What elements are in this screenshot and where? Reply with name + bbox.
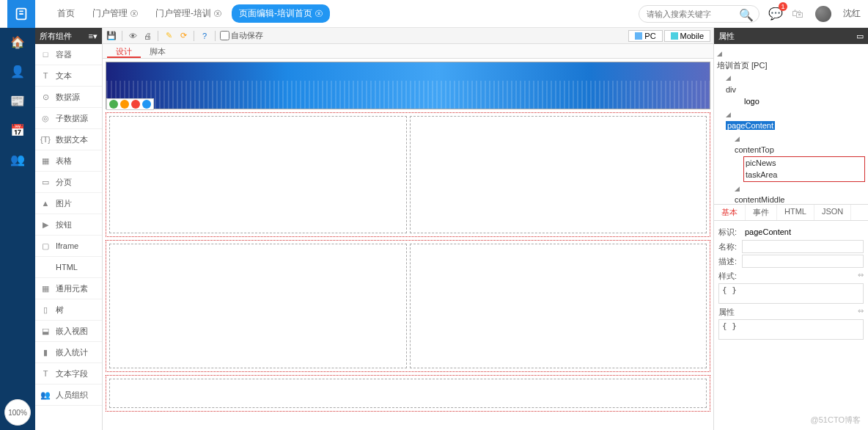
property-tabs: 基本 事件 HTML JSON [714,204,868,221]
zoom-indicator[interactable]: 100% [4,399,31,426]
nav-calendar-icon[interactable]: 📅 [10,122,26,138]
component-item[interactable]: ▢Iframe [35,236,102,257]
header-tab[interactable]: 门户管理ⓧ [85,4,145,23]
device-pc-button[interactable]: PC [628,30,662,42]
component-icon: ▦ [40,283,51,294]
layout-contentTop[interactable] [106,112,710,237]
header-tabs: 首页门户管理ⓧ门户管理-培训ⓧ页面编辑-培训首页ⓧ [50,4,330,23]
structure-tree[interactable]: ◢ 培训首页 [PC]◢ div logo◢ pageContent◢ cont… [714,44,868,204]
component-label: 文本字段 [56,368,88,379]
nav-admin-icon[interactable]: 👥 [10,151,26,167]
autosave-checkbox[interactable] [220,31,229,40]
tree-node[interactable]: logo [717,95,865,108]
layout-contentMiddle[interactable] [106,240,710,372]
notification-icon[interactable]: 💬 [768,7,783,21]
component-item[interactable]: ▭分页 [35,172,102,193]
field-name-label: 名称: [718,241,742,252]
header-tab[interactable]: 页面编辑-培训首页ⓧ [232,4,330,23]
autosave-toggle[interactable]: 自动保存 [220,30,263,41]
tool-move-icon[interactable] [142,100,151,109]
proptab-event[interactable]: 事件 [746,205,777,220]
close-icon[interactable]: ⓧ [214,9,221,19]
header-tab[interactable]: 首页 [50,4,82,23]
proptab-basic[interactable]: 基本 [714,205,746,220]
device-mobile-button[interactable]: Mobile [664,30,710,42]
cell-contentRight[interactable] [410,244,707,368]
app-logo[interactable] [7,0,35,28]
field-style-code[interactable]: { } [718,283,864,304]
component-item[interactable]: ▲图片 [35,193,102,214]
component-item[interactable]: {T}数据文本 [35,129,102,150]
tree-node[interactable]: ◢ pageContent [717,108,865,132]
field-attr-code[interactable]: { } [718,319,864,340]
proptab-html[interactable]: HTML [777,205,814,220]
component-item[interactable]: ▯树 [35,299,102,321]
print-icon[interactable]: 🖨 [141,30,153,42]
menu-icon[interactable]: ≡▾ [89,32,98,41]
cell-statContent[interactable] [109,379,707,408]
component-item[interactable]: 👥人员组织 [35,385,102,406]
save-icon[interactable]: 💾 [106,30,117,42]
component-item[interactable]: ◎子数据源 [35,108,102,129]
search-icon[interactable]: 🔍 [739,8,754,22]
banner-image[interactable] [106,62,710,109]
expand-icon[interactable]: ⇔ [858,307,864,318]
field-name-input[interactable] [742,240,864,253]
sub-tabs: 设计 脚本 [103,44,713,59]
component-item[interactable]: ▶按钮 [35,214,102,236]
avatar[interactable] [815,6,831,22]
component-item[interactable]: ⬓嵌入视图 [35,321,102,342]
header-right-icons: 💬 🛍 沈红 [768,6,861,22]
tree-node[interactable]: ◢ contentTop [717,132,865,156]
component-icon [40,261,51,273]
component-item[interactable]: T文本 [35,65,102,87]
cell-taskArea[interactable] [410,116,707,233]
maximize-icon[interactable]: ▭ [856,32,864,41]
component-item[interactable]: ▮嵌入统计 [35,342,102,363]
field-desc-input[interactable] [742,255,864,268]
component-label: 数据源 [56,92,80,103]
field-id-input[interactable] [742,225,864,238]
close-icon[interactable]: ⓧ [130,9,138,19]
nav-user-icon[interactable]: 👤 [10,63,26,79]
component-icon: ◎ [40,112,51,124]
close-icon[interactable]: ⓧ [315,9,323,19]
component-item[interactable]: ▦通用元素 [35,278,102,299]
component-icon: ▲ [40,197,51,209]
expand-icon[interactable]: ⇔ [858,271,864,282]
tab-design[interactable]: 设计 [107,44,141,58]
edit-icon[interactable]: ✎ [163,30,174,42]
preview-icon[interactable]: 👁 [127,30,139,42]
element-tools[interactable] [106,98,154,110]
header-tab[interactable]: 门户管理-培训ⓧ [148,4,229,23]
component-label: 数据文本 [56,134,88,145]
nav-news-icon[interactable]: 📰 [10,92,26,109]
tool-edit-icon[interactable] [120,100,129,109]
component-icon: □ [40,48,51,60]
tree-node[interactable]: picNews [746,157,863,170]
component-item[interactable]: □容器 [35,44,102,65]
component-item[interactable]: ⊙数据源 [35,87,102,108]
refresh-icon[interactable]: ⟳ [177,30,189,42]
layout-contentBottom[interactable] [106,375,710,412]
cell-picNews[interactable] [109,116,407,233]
tree-node[interactable]: ◢ contentMiddle [717,182,865,205]
component-item[interactable]: T文本字段 [35,363,102,385]
tab-script[interactable]: 脚本 [141,44,174,58]
tool-delete-icon[interactable] [131,100,140,109]
proptab-json[interactable]: JSON [814,205,851,220]
cart-icon[interactable]: 🛍 [792,7,803,21]
design-canvas[interactable] [103,59,713,430]
nav-home-icon[interactable]: 🏠 [10,34,26,50]
tree-node[interactable]: ◢ div [717,71,865,95]
help-icon[interactable]: ? [199,30,210,42]
component-item[interactable]: ▦表格 [35,150,102,172]
tool-add-icon[interactable] [109,100,118,109]
component-label: HTML [56,263,78,272]
cell-contentLeft[interactable] [109,244,407,368]
component-item[interactable]: HTML [35,257,102,278]
component-label: 嵌入视图 [56,326,88,337]
tree-node[interactable]: taskArea [746,169,863,181]
tree-node[interactable]: ◢ 培训首页 [PC] [717,47,865,71]
editor-toolbar: 💾 👁 🖨 ✎ ⟳ ? 自动保存 PC Mobile [103,28,713,44]
